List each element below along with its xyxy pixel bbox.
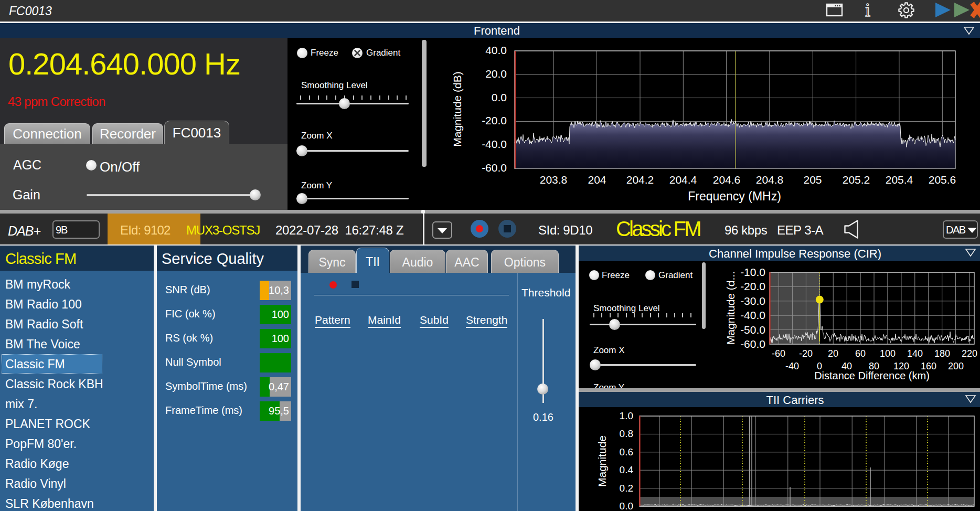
svg-text:i: i (865, 0, 870, 20)
